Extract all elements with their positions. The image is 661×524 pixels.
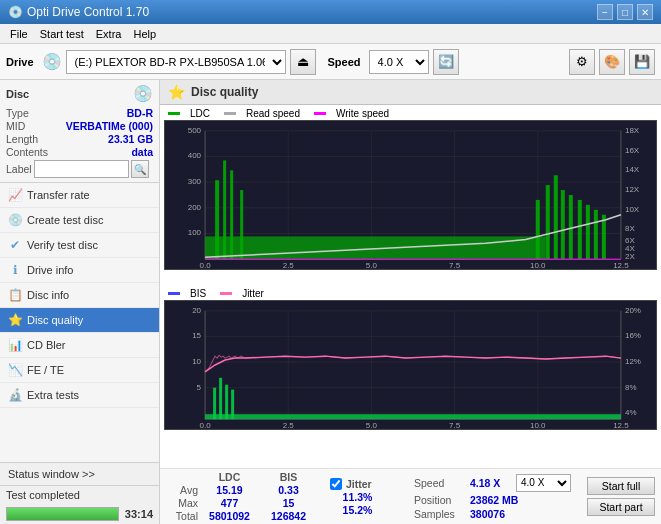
disc-type-label: Type bbox=[6, 107, 29, 119]
nav-disc-info[interactable]: 📋 Disc info bbox=[0, 283, 159, 308]
ldc-legend-color bbox=[168, 112, 180, 115]
skin-button[interactable]: 🎨 bbox=[599, 49, 625, 75]
disc-type-value: BD-R bbox=[127, 107, 153, 119]
menu-file[interactable]: File bbox=[4, 27, 34, 41]
menu-bar: File Start test Extra Help bbox=[0, 24, 661, 44]
bis-chart-svg: 20 15 10 5 20% 16% 12% 8% 4% 0.0 2.5 5.0 bbox=[164, 300, 657, 430]
avg-jitter-value: 11.3% bbox=[330, 491, 385, 503]
progress-row: 33:14 bbox=[0, 504, 159, 524]
svg-text:10X: 10X bbox=[625, 205, 640, 214]
disc-label-btn[interactable]: 🔍 bbox=[131, 160, 149, 178]
status-window-button[interactable]: Status window >> bbox=[0, 463, 159, 486]
disc-length-row: Length 23.31 GB bbox=[6, 133, 153, 145]
svg-rect-77 bbox=[231, 389, 234, 419]
svg-rect-43 bbox=[586, 205, 590, 259]
main-layout: Disc 💿 Type BD-R MID VERBATIMe (000) Len… bbox=[0, 80, 661, 524]
status-bar: Test completed bbox=[0, 486, 159, 504]
svg-rect-33 bbox=[215, 180, 219, 259]
jitter-legend-color bbox=[220, 292, 232, 295]
nav-extra-tests[interactable]: 🔬 Extra tests bbox=[0, 383, 159, 408]
nav-verify-test-disc[interactable]: ✔ Verify test disc bbox=[0, 233, 159, 258]
bis-chart: BIS Jitter bbox=[164, 287, 657, 467]
total-label: Total bbox=[166, 510, 198, 522]
disc-info-icon: 📋 bbox=[8, 288, 22, 302]
svg-text:400: 400 bbox=[188, 152, 202, 161]
app-title: Opti Drive Control 1.70 bbox=[27, 5, 149, 19]
nav-section: 📈 Transfer rate 💿 Create test disc ✔ Ver… bbox=[0, 183, 159, 462]
svg-rect-39 bbox=[554, 175, 558, 259]
speed-select[interactable]: 4.0 X bbox=[369, 50, 429, 74]
svg-text:300: 300 bbox=[188, 177, 202, 186]
save-button[interactable]: 💾 bbox=[629, 49, 655, 75]
settings-button[interactable]: ⚙ bbox=[569, 49, 595, 75]
chart2-legend: BIS Jitter bbox=[164, 287, 657, 300]
speed-stat-select[interactable]: 4.0 X bbox=[516, 474, 571, 492]
position-value: 23862 MB bbox=[470, 494, 518, 506]
svg-rect-32 bbox=[205, 236, 546, 259]
start-part-button[interactable]: Start part bbox=[587, 498, 655, 516]
disc-mid-row: MID VERBATIMe (000) bbox=[6, 120, 153, 132]
svg-text:12%: 12% bbox=[625, 357, 641, 366]
max-bis-value: 15 bbox=[261, 497, 316, 509]
jitter-stats: Jitter 11.3% 15.2% bbox=[330, 478, 385, 516]
svg-text:5.0: 5.0 bbox=[366, 261, 378, 270]
refresh-button[interactable]: 🔄 bbox=[433, 49, 459, 75]
svg-text:10.0: 10.0 bbox=[530, 421, 546, 430]
eject-button[interactable]: ⏏ bbox=[290, 49, 316, 75]
nav-create-test-disc[interactable]: 💿 Create test disc bbox=[0, 208, 159, 233]
position-label: Position bbox=[414, 494, 466, 506]
close-button[interactable]: ✕ bbox=[637, 4, 653, 20]
svg-text:20%: 20% bbox=[625, 305, 641, 314]
svg-text:0.0: 0.0 bbox=[200, 261, 212, 270]
svg-text:15: 15 bbox=[192, 331, 201, 340]
maximize-button[interactable]: □ bbox=[617, 4, 633, 20]
svg-text:12.5: 12.5 bbox=[613, 421, 629, 430]
svg-text:2.5: 2.5 bbox=[283, 261, 295, 270]
title-bar-controls: − □ ✕ bbox=[597, 4, 653, 20]
svg-text:7.5: 7.5 bbox=[449, 261, 461, 270]
nav-drive-info[interactable]: ℹ Drive info bbox=[0, 258, 159, 283]
disc-quality-title: Disc quality bbox=[191, 85, 258, 99]
jitter-legend-label: Jitter bbox=[242, 288, 264, 299]
menu-help[interactable]: Help bbox=[127, 27, 162, 41]
svg-text:5: 5 bbox=[197, 382, 202, 391]
svg-rect-74 bbox=[213, 387, 216, 419]
drive-select[interactable]: (E:) PLEXTOR BD-R PX-LB950SA 1.06 bbox=[66, 50, 286, 74]
total-bis-value: 126842 bbox=[261, 510, 316, 522]
ldc-legend-label: LDC bbox=[190, 108, 210, 119]
nav-drive-info-label: Drive info bbox=[27, 264, 73, 276]
nav-disc-quality[interactable]: ⭐ Disc quality bbox=[0, 308, 159, 333]
minimize-button[interactable]: − bbox=[597, 4, 613, 20]
svg-text:500: 500 bbox=[188, 126, 202, 135]
right-panel: ⭐ Disc quality LDC Read speed Write spee… bbox=[160, 80, 661, 524]
ldc-chart-svg: 500 400 300 200 100 18X 16X 14X 12X 10X … bbox=[164, 120, 657, 270]
disc-label-input[interactable] bbox=[34, 160, 129, 178]
nav-transfer-rate-label: Transfer rate bbox=[27, 189, 90, 201]
svg-text:16X: 16X bbox=[625, 146, 640, 155]
nav-disc-quality-label: Disc quality bbox=[27, 314, 83, 326]
write-speed-legend-label: Write speed bbox=[336, 108, 389, 119]
drive-label: Drive bbox=[6, 56, 34, 68]
svg-text:2.5: 2.5 bbox=[283, 421, 295, 430]
nav-cd-bler[interactable]: 📊 CD Bler bbox=[0, 333, 159, 358]
disc-contents-value: data bbox=[131, 146, 153, 158]
cd-bler-icon: 📊 bbox=[8, 338, 22, 352]
disc-header: Disc 💿 bbox=[6, 84, 153, 103]
avg-label: Avg bbox=[166, 484, 198, 496]
create-test-disc-icon: 💿 bbox=[8, 213, 22, 227]
svg-rect-36 bbox=[240, 190, 243, 259]
disc-quality-icon: ⭐ bbox=[8, 313, 22, 327]
nav-fe-te[interactable]: 📉 FE / TE bbox=[0, 358, 159, 383]
app-icon: 💿 bbox=[8, 5, 23, 19]
read-speed-legend-label: Read speed bbox=[246, 108, 300, 119]
disc-length-value: 23.31 GB bbox=[108, 133, 153, 145]
start-full-button[interactable]: Start full bbox=[587, 477, 655, 495]
menu-extra[interactable]: Extra bbox=[90, 27, 128, 41]
ldc-chart: LDC Read speed Write speed bbox=[164, 107, 657, 287]
menu-start-test[interactable]: Start test bbox=[34, 27, 90, 41]
nav-verify-test-disc-label: Verify test disc bbox=[27, 239, 98, 251]
jitter-checkbox[interactable] bbox=[330, 478, 342, 490]
stats-table: LDC BIS Avg 15.19 0.33 Max 477 15 Total … bbox=[166, 471, 316, 522]
write-speed-legend-color bbox=[314, 112, 326, 115]
nav-transfer-rate[interactable]: 📈 Transfer rate bbox=[0, 183, 159, 208]
